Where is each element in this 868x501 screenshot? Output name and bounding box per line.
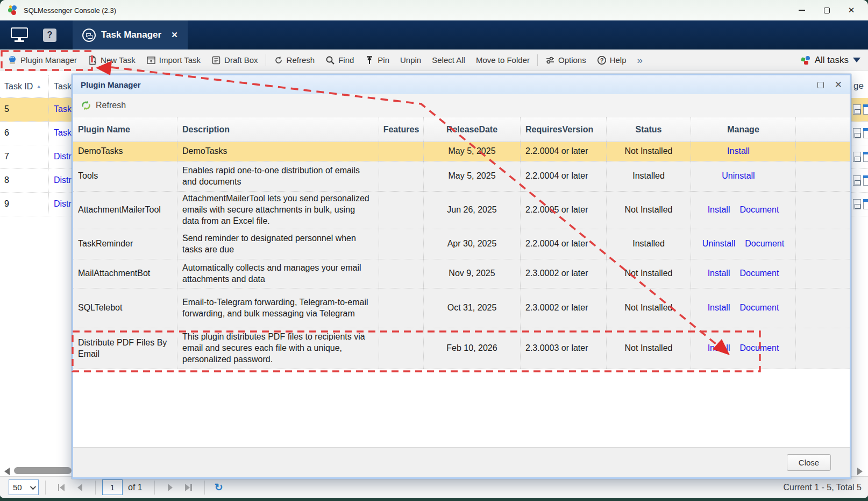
col-task-id[interactable]: Task ID — [4, 82, 33, 91]
install-link[interactable]: Install — [727, 146, 750, 157]
task-link[interactable]: Distr — [54, 175, 72, 185]
maximize-button[interactable] — [814, 0, 839, 20]
task-link[interactable]: Task — [54, 128, 72, 138]
dialog-close-button[interactable]: Close — [787, 454, 831, 471]
document-link[interactable]: Document — [739, 204, 779, 216]
plugin-row-demotasks[interactable]: DemoTasks DemoTasks May 5, 2025 2.2.0004… — [73, 142, 850, 161]
document-link[interactable]: Document — [739, 302, 779, 314]
description-cell: DemoTasks — [177, 142, 379, 161]
new-task-button[interactable]: New Task — [82, 50, 141, 70]
excel-icon[interactable] — [863, 104, 868, 115]
col-features[interactable]: Features — [379, 117, 424, 142]
col-description[interactable]: Description — [177, 117, 379, 142]
excel-icon[interactable] — [863, 199, 868, 209]
export-icon[interactable] — [853, 128, 861, 138]
page-number-input[interactable] — [102, 479, 123, 495]
minimize-button[interactable] — [789, 0, 814, 20]
close-button[interactable]: ✕ — [839, 0, 864, 20]
description-cell: AttachmentMailerTool lets you send perso… — [177, 192, 379, 229]
horizontal-scrollbar-thumb[interactable] — [14, 467, 72, 474]
document-link[interactable]: Document — [739, 343, 779, 354]
table-row[interactable]: 6Task — [0, 122, 72, 145]
plugin-manager-button[interactable]: Plugin Manager — [0, 50, 82, 70]
export-icon[interactable] — [853, 104, 861, 115]
table-row[interactable]: 7Distr — [0, 145, 72, 169]
export-icon[interactable] — [853, 152, 861, 162]
requires-version-cell: 2.3.0002 or later — [521, 259, 607, 288]
install-link[interactable]: Install — [708, 302, 730, 314]
plugin-row-taskreminder[interactable]: TaskReminder Send reminder to designated… — [73, 229, 850, 259]
task-link[interactable]: Task — [54, 104, 72, 114]
monitor-icon[interactable] — [11, 27, 29, 43]
help-button[interactable]: ? Help — [592, 50, 632, 70]
help-icon: ? — [597, 55, 607, 65]
plugin-row-sqltelebot[interactable]: SQLTelebot Email-to-Telegram forwarding,… — [73, 288, 850, 328]
help-box-icon[interactable]: ? — [43, 29, 56, 42]
task-link[interactable]: Distr — [54, 152, 72, 161]
page-size-value: 50 — [13, 483, 22, 492]
col-manage[interactable]: Manage — [691, 117, 796, 142]
excel-icon[interactable] — [863, 152, 868, 162]
select-all-button[interactable]: Select All — [426, 50, 471, 70]
features-cell — [379, 161, 424, 191]
requires-version-cell: 2.3.0003 or later — [521, 328, 607, 369]
uninstall-link[interactable]: Uninstall — [702, 238, 735, 250]
install-link[interactable]: Install — [708, 268, 730, 279]
table-row[interactable]: 9Distr — [0, 193, 72, 216]
scroll-right-icon[interactable] — [857, 468, 863, 475]
requires-version-cell: 2.3.0002 or later — [521, 288, 607, 328]
plugin-row-mailattachmentbot[interactable]: MailAttachmentBot Automatically collects… — [73, 259, 850, 288]
pin-button[interactable]: Pin — [359, 50, 395, 70]
requires-version-cell: 2.2.0004 or later — [521, 161, 607, 191]
export-icon[interactable] — [853, 175, 861, 186]
draft-box-button[interactable]: Draft Box — [206, 50, 264, 70]
col-release-date[interactable]: ReleaseDate — [424, 117, 521, 142]
tab-task-manager[interactable]: Task Manager ✕ — [73, 20, 188, 50]
plugin-row-distribute-pdf[interactable]: Distribute PDF Files By Email This plugi… — [73, 328, 850, 369]
col-task[interactable]: Task — [54, 82, 72, 91]
plugin-row-attachmentmailertool[interactable]: AttachmentMailerTool AttachmentMailerToo… — [73, 192, 850, 229]
export-icon[interactable] — [853, 199, 861, 209]
prev-page-button[interactable] — [70, 479, 89, 495]
table-row[interactable]: 5Task — [0, 98, 72, 122]
move-to-folder-button[interactable]: Move to Folder — [471, 50, 535, 70]
dialog-maximize-icon[interactable] — [817, 82, 824, 88]
dialog-title: Plugin Manager — [81, 80, 141, 89]
table-row[interactable]: 8Distr — [0, 169, 72, 193]
refresh-blue-icon[interactable]: ↻ — [215, 481, 223, 493]
last-page-button[interactable] — [180, 479, 198, 495]
excel-icon[interactable] — [863, 128, 868, 138]
status-cell: Not Installed — [607, 328, 691, 369]
document-link[interactable]: Document — [739, 268, 779, 279]
tab-close-icon[interactable]: ✕ — [171, 30, 178, 40]
options-button[interactable]: Options — [540, 50, 592, 70]
scroll-left-icon[interactable] — [4, 468, 10, 475]
task-id-cell: 8 — [4, 175, 9, 185]
next-page-button[interactable] — [161, 479, 180, 495]
find-button[interactable]: Find — [320, 50, 359, 70]
col-plugin-name[interactable]: Plugin Name — [73, 117, 177, 142]
features-cell — [379, 229, 424, 259]
first-page-button[interactable] — [52, 479, 70, 495]
col-status[interactable]: Status — [607, 117, 691, 142]
task-filter-dropdown[interactable]: All tasks — [801, 55, 868, 66]
draft-box-icon — [211, 55, 221, 65]
install-link[interactable]: Install — [708, 204, 730, 216]
plugin-row-tools[interactable]: Tools Enables rapid one-to-one distribut… — [73, 161, 850, 192]
task-link[interactable]: Distr — [54, 199, 72, 209]
uninstall-link[interactable]: Uninstall — [722, 171, 755, 182]
document-link[interactable]: Document — [745, 238, 784, 250]
col-requires-version[interactable]: RequiresVersion — [521, 117, 607, 142]
page-size-select[interactable]: 50 — [9, 479, 39, 495]
dialog-refresh-button[interactable]: Refresh — [96, 101, 126, 110]
unpin-button[interactable]: Unpin — [395, 50, 426, 70]
import-task-button[interactable]: Import Task — [141, 50, 206, 70]
features-cell — [379, 259, 424, 288]
refresh-button[interactable]: Refresh — [268, 50, 321, 70]
install-link[interactable]: Install — [708, 343, 730, 354]
record-count-status: Current 1 - 5, Total 5 — [783, 483, 868, 492]
requires-version-cell: 2.2.0004 or later — [521, 142, 607, 161]
dialog-close-icon[interactable]: ✕ — [835, 79, 842, 90]
toolbar-overflow-button[interactable]: » — [632, 50, 649, 70]
excel-icon[interactable] — [863, 175, 868, 186]
